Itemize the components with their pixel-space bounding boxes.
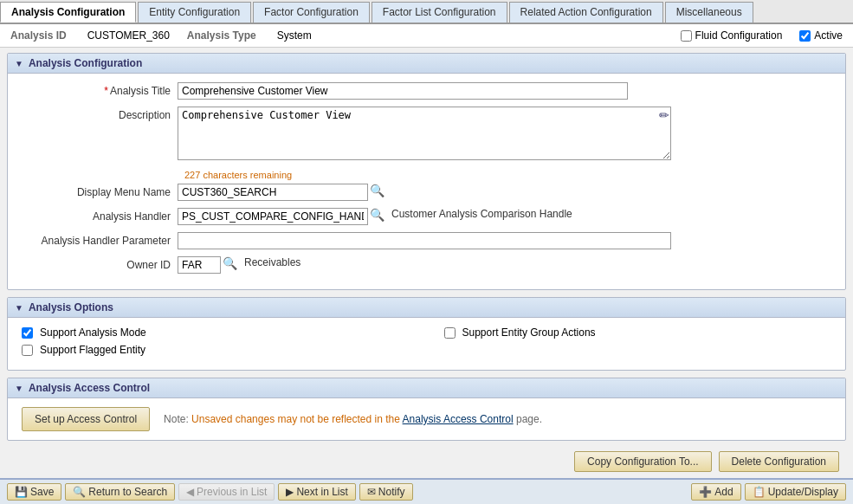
active-checkbox[interactable] (799, 30, 811, 42)
analysis-handler-lookup-button[interactable]: 🔍 (368, 208, 386, 222)
support-flagged-entity-checkbox[interactable] (22, 345, 33, 356)
analysis-options-section: ▼ Analysis Options Support Analysis Mode… (7, 297, 846, 371)
analysis-handler-param-row: Analysis Handler Parameter (22, 232, 831, 249)
owner-id-helper: Receivables (244, 256, 300, 268)
owner-id-input[interactable] (178, 256, 221, 274)
support-analysis-mode-row: Support Analysis Mode (22, 326, 410, 339)
options-col-left: Support Analysis Mode Support Flagged En… (22, 326, 410, 361)
access-body: Set up Access Control Note: Unsaved chan… (8, 398, 845, 440)
analysis-config-body: Analysis Title Description Comprehensive… (8, 74, 845, 289)
display-menu-name-label: Display Menu Name (22, 184, 178, 198)
analysis-handler-param-label: Analysis Handler Parameter (22, 232, 178, 247)
tab-analysis-configuration[interactable]: Analysis Configuration (0, 2, 136, 23)
owner-id-lookup-button[interactable]: 🔍 (221, 256, 239, 270)
support-flagged-entity-row: Support Flagged Entity (22, 344, 410, 356)
analysis-title-input[interactable] (178, 82, 628, 100)
analysis-handler-param-input[interactable] (178, 232, 671, 249)
analysis-handler-input[interactable] (178, 208, 368, 225)
description-row: Description Comprehensive Customer View … (22, 107, 831, 163)
support-entity-group-actions-row: Support Entity Group Actions (444, 326, 832, 339)
display-menu-name-row: Display Menu Name 🔍 (22, 184, 831, 201)
analysis-access-control-section: ▼ Analysis Access Control Set up Access … (7, 378, 846, 441)
section-toggle-icon[interactable]: ▼ (15, 59, 23, 68)
analysis-options-body: Support Analysis Mode Support Flagged En… (8, 318, 845, 370)
analysis-type-value: System (277, 29, 312, 42)
tab-related-action-configuration[interactable]: Related Action Configuration (509, 2, 663, 23)
fluid-config-group: Fluid Configuration (681, 29, 783, 42)
analysis-access-control-header[interactable]: ▼ Analysis Access Control (8, 378, 845, 398)
support-entity-group-actions-checkbox[interactable] (444, 327, 456, 339)
display-menu-name-lookup-button[interactable]: 🔍 (368, 184, 386, 197)
tab-factor-list-configuration[interactable]: Factor List Configuration (372, 2, 507, 23)
analysis-handler-label: Analysis Handler (22, 208, 178, 223)
main-content: ▼ Analysis Configuration Analysis Title … (0, 48, 853, 481)
delete-configuration-button[interactable]: Delete Configuration (719, 451, 839, 472)
analysis-type-label: Analysis Type (187, 29, 256, 42)
support-flagged-entity-label: Support Flagged Entity (40, 344, 145, 356)
owner-id-row: Owner ID 🔍 Receivables (22, 256, 831, 274)
char-remaining: 227 characters remaining (184, 170, 831, 180)
analysis-id-label: Analysis ID (10, 29, 67, 42)
access-toggle-icon[interactable]: ▼ (15, 384, 23, 393)
analysis-config-section: ▼ Analysis Configuration Analysis Title … (7, 53, 846, 290)
description-label: Description (22, 107, 178, 121)
tabs-bar: Analysis Configuration Entity Configurat… (0, 0, 853, 24)
setup-access-control-button[interactable]: Set up Access Control (22, 407, 150, 431)
support-analysis-mode-label: Support Analysis Mode (40, 326, 146, 339)
analysis-title-row: Analysis Title (22, 82, 831, 100)
header-bar: Analysis ID CUSTOMER_360 Analysis Type S… (0, 24, 853, 48)
tab-entity-configuration[interactable]: Entity Configuration (138, 2, 251, 23)
owner-id-label: Owner ID (22, 256, 178, 271)
note-suffix: page. (514, 413, 542, 425)
support-analysis-mode-checkbox[interactable] (22, 327, 33, 339)
description-edit-button[interactable]: ✏ (659, 108, 669, 122)
analysis-handler-row: Analysis Handler 🔍 Customer Analysis Com… (22, 208, 831, 225)
fluid-config-checkbox[interactable] (681, 30, 692, 42)
analysis-options-header[interactable]: ▼ Analysis Options (8, 298, 845, 318)
analysis-access-control-title: Analysis Access Control (29, 382, 150, 394)
description-wrap: Comprehensive Customer View ✏ (178, 107, 671, 163)
fluid-config-label: Fluid Configuration (695, 29, 783, 42)
analysis-handler-helper: Customer Analysis Comparison Handle (391, 208, 572, 220)
options-columns: Support Analysis Mode Support Flagged En… (22, 326, 831, 361)
note-unsaved: Unsaved changes may not be reflected in … (191, 413, 403, 425)
display-menu-name-input[interactable] (178, 184, 368, 201)
analysis-config-header[interactable]: ▼ Analysis Configuration (8, 54, 845, 74)
analysis-config-title: Analysis Configuration (29, 57, 142, 69)
note-prefix: Note: (164, 413, 191, 425)
footer-bar: 💾 Save 🔍 Return to Search ◀ Previous in … (0, 478, 853, 481)
tab-factor-configuration[interactable]: Factor Configuration (253, 2, 370, 23)
action-bar: Copy Configuration To... Delete Configur… (7, 448, 846, 475)
analysis-options-title: Analysis Options (29, 301, 113, 313)
options-col-right: Support Entity Group Actions (444, 326, 832, 361)
analysis-id-value: CUSTOMER_360 (87, 29, 170, 42)
support-entity-group-actions-label: Support Entity Group Actions (462, 326, 596, 339)
tab-miscellaneous[interactable]: Miscellaneous (665, 2, 753, 23)
copy-configuration-button[interactable]: Copy Configuration To... (574, 451, 712, 472)
access-note: Note: Unsaved changes may not be reflect… (164, 413, 542, 425)
active-group: Active (799, 29, 843, 42)
access-control-link[interactable]: Analysis Access Control (403, 413, 514, 425)
description-textarea[interactable]: Comprehensive Customer View (178, 107, 671, 160)
analysis-title-label: Analysis Title (22, 82, 178, 97)
options-toggle-icon[interactable]: ▼ (15, 303, 23, 313)
active-label: Active (814, 29, 843, 42)
